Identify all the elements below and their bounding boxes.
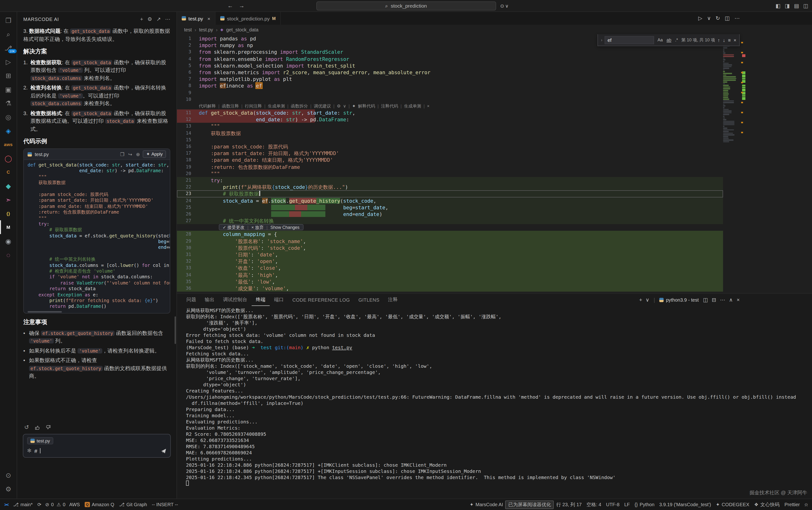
codelens-link[interactable]: 函数拆分: [291, 103, 308, 109]
language-mode[interactable]: {}Python: [632, 499, 657, 510]
panel-tab-GITLENS[interactable]: GITLENS: [354, 293, 384, 306]
more-actions-icon[interactable]: ⋯: [165, 16, 170, 22]
codelens-link[interactable]: 函数注释: [222, 103, 239, 109]
docker-icon[interactable]: ◈: [0, 124, 17, 138]
tab-stock_prediction.py[interactable]: stock_prediction.pyM: [215, 12, 281, 25]
run-dropdown-icon[interactable]: ∨: [707, 15, 711, 21]
regenerate-icon[interactable]: ↺: [24, 424, 29, 430]
terminal-more-icon[interactable]: ⋯: [720, 296, 725, 303]
terminal-instance-label[interactable]: python3.9 - test: [659, 297, 699, 302]
close-tab-icon[interactable]: ×: [207, 16, 210, 21]
notifications[interactable]: ⍾: [802, 499, 810, 510]
account-icon[interactable]: ⊙: [0, 468, 17, 482]
panel-tab-端口[interactable]: 端口: [270, 293, 288, 306]
codelens-link[interactable]: ⚙: [337, 103, 341, 109]
profile-menu[interactable]: ⊙ ∨: [500, 3, 509, 8]
toggle-primary-sidebar-icon[interactable]: ◧: [776, 3, 781, 9]
json-extension-icon[interactable]: {}: [0, 206, 17, 220]
toggle-secondary-sidebar-icon[interactable]: ▤: [794, 3, 799, 9]
prettier[interactable]: Prettier: [782, 499, 802, 510]
tab-test.py[interactable]: test.py×: [177, 12, 215, 25]
customize-layout-icon[interactable]: ◫: [803, 3, 808, 9]
testing-icon[interactable]: ⚗: [0, 96, 17, 110]
search-icon[interactable]: ⌕: [0, 27, 17, 41]
scrollbar-thumb[interactable]: [28, 311, 62, 313]
breadcrumb-item[interactable]: test.py: [199, 27, 213, 32]
problems-warnings[interactable]: ⚠0: [55, 499, 67, 510]
chat-input-value[interactable]: #: [34, 448, 37, 454]
branch-status[interactable]: ⎇main*: [11, 499, 35, 510]
context-file-chip[interactable]: test.py: [27, 437, 53, 444]
python-interpreter[interactable]: 3.9.19 ('MarsCode_test'): [657, 499, 714, 510]
codelens-link[interactable]: 行间注释: [245, 103, 262, 109]
more-editor-actions-icon[interactable]: ⋯: [734, 15, 740, 21]
codelens-link[interactable]: 生成单测: [268, 103, 285, 109]
settings-gear-icon[interactable]: ⚙: [0, 482, 17, 496]
aws-icon[interactable]: aws: [0, 138, 17, 151]
codelens-link[interactable]: 调优建议: [314, 103, 331, 109]
panel-tab-问题[interactable]: 问题: [182, 293, 201, 306]
new-chat-icon[interactable]: +: [140, 16, 143, 22]
find-in-selection-icon[interactable]: ≡: [728, 37, 731, 42]
explorer-icon[interactable]: ❐: [0, 13, 17, 27]
eol[interactable]: LF: [622, 499, 632, 510]
forward-button[interactable]: →: [239, 2, 244, 9]
amazon-q[interactable]: QAmazon Q: [82, 499, 117, 510]
live-share-icon[interactable]: ◯: [0, 151, 17, 165]
toggle-panel-icon[interactable]: ◨: [785, 3, 790, 9]
previous-match-icon[interactable]: ↑: [718, 37, 720, 42]
close-find-icon[interactable]: ×: [733, 37, 736, 42]
regex-toggle[interactable]: .*: [674, 37, 679, 42]
panel-tab-调试控制台[interactable]: 调试控制台: [219, 293, 252, 306]
history-icon[interactable]: ↻: [716, 15, 720, 21]
debug-alt-icon[interactable]: ◉: [0, 234, 17, 248]
whole-word-toggle[interactable]: ab: [666, 37, 672, 42]
c-extension-icon[interactable]: C: [0, 165, 17, 179]
codelens-link[interactable]: 解释代码: [358, 103, 375, 109]
close-panel-icon[interactable]: ×: [736, 296, 740, 303]
find-input[interactable]: ef: [605, 36, 654, 44]
codelens-link[interactable]: ×: [427, 103, 430, 109]
apply-code-button[interactable]: ✦ Apply: [143, 150, 166, 158]
aws-status[interactable]: AWS: [67, 499, 82, 510]
find-in-selection-grip-icon[interactable]: ›: [601, 37, 602, 42]
discard-changes-button[interactable]: × 放弃: [252, 224, 264, 230]
remote-explorer-icon[interactable]: ▣: [0, 82, 17, 96]
source-control-icon[interactable]: ⎇10K: [0, 41, 17, 55]
breadcrumb-item[interactable]: get_stock_data: [226, 27, 259, 32]
codelens-link[interactable]: 代码解释: [199, 103, 216, 109]
screen-reader-status[interactable]: 已为屏幕阅读器优化: [505, 500, 554, 509]
insert-code-icon[interactable]: ↪: [128, 150, 132, 158]
command-center-search[interactable]: ⌕ stock_prediction: [316, 1, 496, 10]
next-match-icon[interactable]: ↓: [723, 37, 725, 42]
maximize-panel-icon[interactable]: ∧: [729, 296, 733, 303]
extensions-icon[interactable]: ⊞: [0, 68, 17, 82]
codelens-link[interactable]: 注释代码: [381, 103, 398, 109]
cursor-position[interactable]: 行 23, 列 17: [554, 499, 584, 510]
panel-tab-终端[interactable]: 终端: [252, 293, 270, 306]
split-editor-icon[interactable]: ◫: [725, 15, 730, 21]
marscode-status[interactable]: ✦MarsCode AI: [467, 499, 505, 510]
thumbs-down-icon[interactable]: [46, 425, 51, 430]
back-button[interactable]: ←: [227, 2, 233, 9]
settings-icon[interactable]: ⚙: [147, 16, 152, 22]
run-python-icon[interactable]: ▷: [698, 15, 702, 21]
match-case-toggle[interactable]: Aa: [657, 37, 664, 42]
copy-code-icon[interactable]: ❐: [120, 150, 124, 158]
terminal-dropdown-icon[interactable]: ∨: [645, 296, 649, 303]
codegeex[interactable]: ✦CODEGEEX: [713, 499, 752, 510]
notebook-extension-icon[interactable]: ◌: [0, 248, 17, 262]
encoding[interactable]: UTF-8: [604, 499, 622, 510]
terminal-output[interactable]: 从网络获取MSFT的历史数据...获取到的列名: Index(['股票名称', …: [177, 306, 812, 499]
rocket-extension-icon[interactable]: ➣: [0, 193, 17, 206]
sync-status[interactable]: ⟳: [35, 499, 44, 510]
codelens-link[interactable]: 生成单测: [404, 103, 421, 109]
run-debug-icon[interactable]: ▷: [0, 55, 17, 68]
panel-tab-CODE REFERENCE LOG[interactable]: CODE REFERENCE LOG: [288, 293, 354, 306]
horizontal-scrollbar[interactable]: [24, 311, 170, 313]
git-graph[interactable]: ⎇Git Graph: [117, 499, 149, 510]
problems-errors[interactable]: ⊘0: [44, 499, 55, 510]
panel-tab-输出[interactable]: 输出: [201, 293, 219, 306]
split-terminal-icon[interactable]: ◫: [703, 296, 708, 303]
chat-input-box[interactable]: test.py ✻ #: [23, 434, 171, 458]
